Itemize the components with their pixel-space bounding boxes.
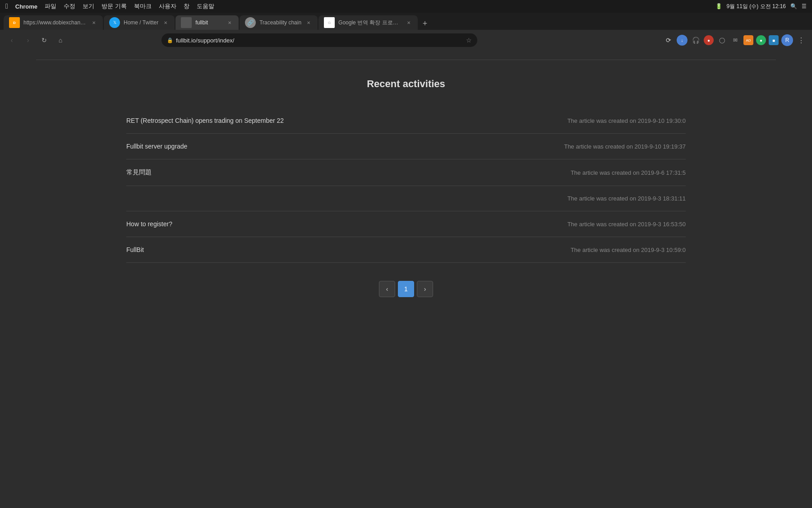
activity-title[interactable]: 常見問題 [126, 168, 152, 177]
pagination-next[interactable]: › [417, 281, 433, 297]
mac-menubar:  Chrome 파일 수정 보기 방문 기록 북마크 사용자 창 도움말 🔋 … [0, 0, 812, 13]
activity-title[interactable]: RET (Retrospect Chain) opens trading on … [126, 117, 284, 124]
tab-google-translate[interactable]: G Google 번역 확장 프로그램 옵션 ✕ [318, 15, 418, 30]
forward-button[interactable]: › [22, 34, 34, 47]
tab-close-dobiex[interactable]: ✕ [90, 19, 97, 26]
tab-title-twitter: Home / Twitter [124, 19, 158, 26]
list-item[interactable]: The article was created on 2019-9-3 18:3… [126, 186, 686, 211]
extension-blue[interactable]: ■ [769, 35, 779, 45]
activity-title[interactable]: FullBit [126, 246, 144, 253]
page-content: Recent activities RET (Retrospect Chain)… [0, 51, 812, 508]
tab-close-google[interactable]: ✕ [405, 19, 412, 26]
activity-title[interactable]: Fullbit server upgrade [126, 143, 187, 150]
new-tab-button[interactable]: + [419, 17, 431, 30]
url-text: fullbit.io/support/index/ [176, 37, 463, 44]
time-display: 9월 11일 (수) 오전 12:16 [727, 3, 786, 10]
list-item[interactable]: Fullbit server upgrade The article was c… [126, 134, 686, 159]
activity-title[interactable]: How to register? [126, 220, 172, 228]
address-bar: ‹ › ↻ ⌂ 🔒 fullbit.io/support/index/ ☆ ⟳ … [0, 30, 812, 51]
list-item[interactable]: RET (Retrospect Chain) opens trading on … [126, 108, 686, 134]
activity-date: The article was created on 2019-9-3 16:5… [567, 221, 686, 228]
menu-history[interactable]: 방문 기록 [102, 2, 127, 10]
tab-title-fullbit: fullbit [195, 19, 222, 26]
tab-favicon-google: G [324, 17, 335, 28]
extension-red[interactable]: ● [704, 35, 714, 45]
reload-button[interactable]: ↻ [38, 34, 51, 47]
chrome-frame: D https://www.dobiexchange.co... ✕ 𝕏 Hom… [0, 13, 812, 51]
tab-fullbit[interactable]: fullbit ✕ [175, 15, 239, 30]
section-title: Recent activities [0, 78, 812, 90]
tab-dobiex[interactable]: D https://www.dobiexchange.co... ✕ [4, 15, 103, 30]
search-icon[interactable]: 🔍 [790, 3, 797, 9]
tab-favicon-twitter: 𝕏 [109, 17, 120, 28]
chrome-menu-button[interactable]: ⋮ [796, 35, 807, 46]
tab-favicon-trace: 🔗 [245, 17, 256, 28]
tab-favicon-fullbit [181, 17, 192, 28]
pagination-page-1[interactable]: 1 [398, 281, 414, 297]
security-lock-icon: 🔒 [167, 37, 173, 43]
menu-edit[interactable]: 수정 [64, 2, 75, 10]
pagination: ‹ 1 › [0, 281, 812, 311]
activity-date: The article was created on 2019-9-10 19:… [564, 143, 686, 150]
activity-date: The article was created on 2019-9-10 19:… [567, 117, 686, 124]
tab-traceability[interactable]: 🔗 Traceability chain ✕ [240, 15, 318, 30]
extension-headphone[interactable]: 🎧 [690, 35, 701, 46]
menu-file[interactable]: 파일 [45, 2, 56, 10]
activity-date: The article was created on 2019-9-3 18:3… [567, 195, 686, 202]
extension-2[interactable]: ↓ [677, 35, 687, 46]
menu-window[interactable]: 창 [184, 2, 189, 10]
extension-1[interactable]: ⟳ [663, 35, 674, 46]
extension-mail[interactable]: ✉ [730, 35, 741, 46]
extension-orange[interactable]: AD [743, 35, 753, 45]
menu-user[interactable]: 사용자 [159, 2, 176, 10]
menu-bookmarks[interactable]: 북마크 [134, 2, 152, 10]
activity-date: The article was created on 2019-9-6 17:3… [571, 169, 686, 176]
pagination-prev[interactable]: ‹ [379, 281, 395, 297]
extension-green[interactable]: ● [756, 35, 766, 45]
control-center-icon[interactable]: ☰ [802, 3, 807, 9]
tab-close-traceability[interactable]: ✕ [305, 19, 312, 26]
tab-title-traceability: Traceability chain [259, 19, 301, 26]
home-button[interactable]: ⌂ [54, 34, 67, 47]
tab-title-dobiex: https://www.dobiexchange.co... [23, 19, 87, 26]
tab-favicon-dobiex: D [9, 17, 20, 28]
extension-gray1[interactable]: ◯ [716, 35, 727, 46]
list-item[interactable]: 常見問題 The article was created on 2019-9-6… [126, 159, 686, 186]
tab-close-fullbit[interactable]: ✕ [226, 19, 233, 26]
back-button[interactable]: ‹ [5, 34, 18, 47]
bookmark-star-icon[interactable]: ☆ [466, 37, 472, 44]
apple-menu[interactable]:  [5, 2, 8, 10]
tab-bar: D https://www.dobiexchange.co... ✕ 𝕏 Hom… [0, 13, 812, 30]
profile-avatar[interactable]: R [781, 34, 793, 46]
tab-twitter[interactable]: 𝕏 Home / Twitter ✕ [104, 15, 175, 30]
menu-help[interactable]: 도움말 [197, 2, 214, 10]
url-bar[interactable]: 🔒 fullbit.io/support/index/ ☆ [161, 33, 477, 47]
menu-view[interactable]: 보기 [83, 2, 94, 10]
list-item[interactable]: FullBit The article was created on 2019-… [126, 237, 686, 263]
activity-date: The article was created on 2019-9-3 10:5… [571, 247, 686, 253]
extensions-area: ⟳ ↓ 🎧 ● ◯ ✉ AD ● ■ R ⋮ [663, 34, 807, 46]
battery-icon: 🔋 [715, 3, 722, 9]
menubar-right: 🔋 9월 11일 (수) 오전 12:16 🔍 ☰ [715, 3, 807, 10]
list-item[interactable]: How to register? The article was created… [126, 211, 686, 237]
menu-chrome[interactable]: Chrome [15, 3, 37, 10]
tab-title-google: Google 번역 확장 프로그램 옵션 [338, 19, 401, 27]
tab-close-twitter[interactable]: ✕ [162, 19, 169, 26]
top-divider [36, 60, 776, 60]
activity-list: RET (Retrospect Chain) opens trading on … [90, 108, 722, 263]
